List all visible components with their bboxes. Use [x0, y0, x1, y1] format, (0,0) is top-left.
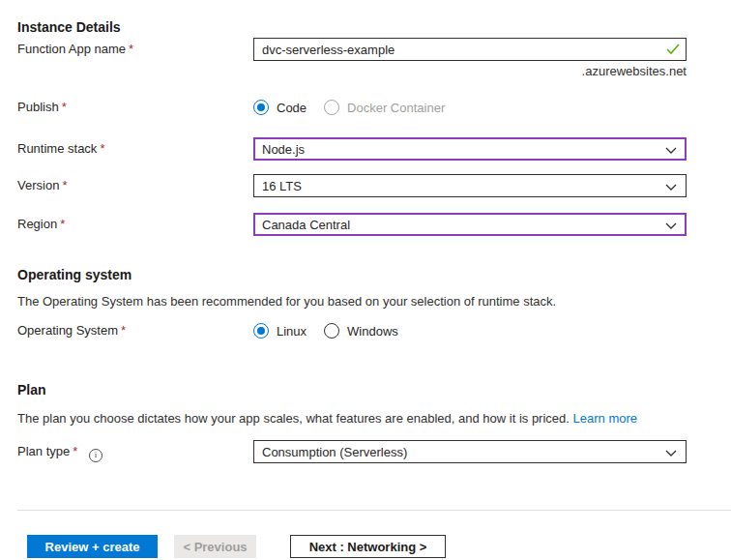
- os-linux-radio[interactable]: Linux: [253, 323, 307, 339]
- region-value: Canada Central: [262, 218, 350, 232]
- region-row: Region* Canada Central: [17, 213, 714, 236]
- version-row: Version* 16 LTS: [17, 174, 714, 197]
- plan-heading: Plan: [17, 382, 714, 398]
- radio-unselected-icon: [324, 323, 339, 339]
- required-asterisk: *: [129, 42, 133, 56]
- required-asterisk: *: [100, 141, 104, 156]
- plan-type-value: Consumption (Serverless): [262, 445, 407, 459]
- required-asterisk: *: [73, 444, 77, 458]
- radio-selected-icon: [253, 323, 269, 339]
- runtime-stack-label: Runtime stack*: [17, 137, 253, 161]
- region-dropdown[interactable]: Canada Central: [253, 213, 687, 236]
- plan-type-label: Plan type* i: [17, 440, 253, 463]
- required-asterisk: *: [62, 100, 67, 114]
- publish-code-label: Code: [277, 101, 307, 115]
- publish-label: Publish*: [17, 96, 253, 119]
- required-asterisk: *: [60, 217, 65, 231]
- operating-system-heading: Operating system: [17, 267, 714, 282]
- required-asterisk: *: [121, 323, 126, 338]
- next-networking-button[interactable]: Next : Networking >: [290, 535, 446, 558]
- version-label: Version*: [17, 174, 253, 197]
- os-windows-label: Windows: [347, 324, 398, 339]
- operating-system-row: Operating System* Linux Windows: [17, 319, 714, 342]
- radio-selected-icon: [253, 100, 269, 115]
- plan-type-row: Plan type* i Consumption (Serverless): [17, 440, 714, 463]
- learn-more-link[interactable]: Learn more: [573, 411, 637, 426]
- radio-disabled-icon: [324, 100, 339, 115]
- runtime-stack-row: Runtime stack* Node.js: [17, 137, 714, 161]
- chevron-down-icon: [665, 218, 677, 232]
- info-icon[interactable]: i: [89, 449, 102, 462]
- function-app-name-row: Function App name*: [17, 38, 714, 61]
- plan-description: The plan you choose dictates how your ap…: [17, 411, 714, 426]
- publish-docker-radio: Docker Container: [324, 100, 445, 115]
- required-asterisk: *: [62, 178, 67, 192]
- publish-row: Publish* Code Docker Container: [17, 96, 714, 119]
- plan-type-dropdown[interactable]: Consumption (Serverless): [253, 440, 687, 463]
- chevron-down-icon: [665, 445, 677, 459]
- form-content: Instance Details Function App name* .azu…: [0, 0, 731, 558]
- chevron-down-icon: [665, 179, 677, 193]
- os-linux-label: Linux: [277, 324, 307, 339]
- function-app-name-label: Function App name*: [17, 38, 253, 61]
- footer-buttons: Review + create < Previous Next : Networ…: [17, 511, 714, 558]
- region-label: Region*: [17, 213, 253, 236]
- version-value: 16 LTS: [262, 179, 302, 193]
- previous-button: < Previous: [174, 535, 256, 558]
- publish-code-radio[interactable]: Code: [253, 100, 307, 115]
- valid-checkmark-icon: [666, 43, 680, 58]
- publish-docker-label: Docker Container: [347, 101, 445, 115]
- domain-suffix: .azurewebsites.net: [253, 64, 687, 78]
- instance-details-heading: Instance Details: [17, 19, 714, 35]
- review-create-button[interactable]: Review + create: [27, 535, 158, 558]
- runtime-stack-value: Node.js: [262, 142, 305, 157]
- os-windows-radio[interactable]: Windows: [324, 323, 398, 339]
- function-app-name-input[interactable]: [253, 38, 687, 61]
- operating-system-description: The Operating System has been recommende…: [17, 294, 714, 309]
- operating-system-label: Operating System*: [17, 319, 253, 342]
- version-dropdown[interactable]: 16 LTS: [253, 174, 687, 197]
- runtime-stack-dropdown[interactable]: Node.js: [253, 137, 687, 161]
- chevron-down-icon: [665, 142, 677, 157]
